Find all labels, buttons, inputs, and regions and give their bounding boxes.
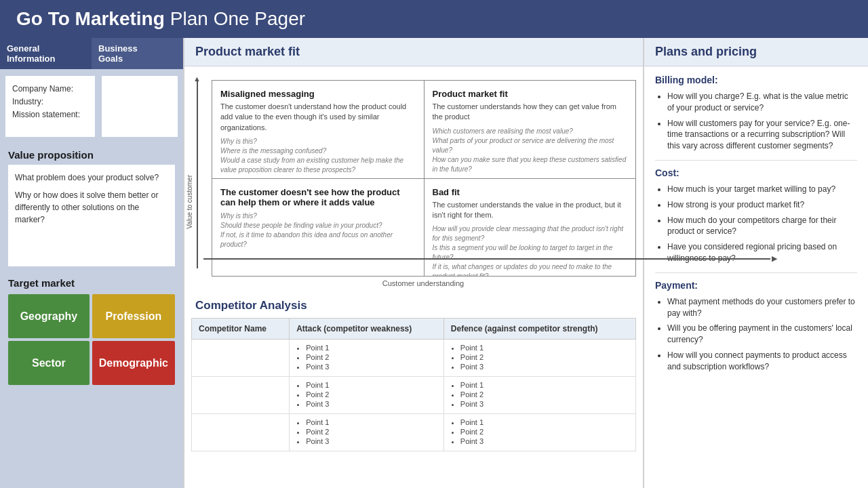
pmf-nosee-italic: Why is this? Should these people be find… <box>220 211 416 249</box>
competitor-header-row: Competitor Name Attack (competitor weakn… <box>192 319 636 340</box>
value-prop-text-2: Why or how does it solve them better or … <box>15 189 168 226</box>
pmf-cell-badfit: Bad fit The customer understands the val… <box>425 179 636 277</box>
attack-cell: Point 1Point 2Point 3 <box>290 377 444 414</box>
defence-cell: Point 1Point 2Point 3 <box>443 340 635 377</box>
right-panel: Plans and pricing Billing model: How wil… <box>644 38 868 488</box>
table-row: Point 1Point 2Point 3Point 1Point 2Point… <box>192 377 636 414</box>
cost-list: How much is your target market willing t… <box>655 184 857 264</box>
v-axis-line: ▲ <box>197 80 198 268</box>
col-attack: Attack (competitor weakness) <box>290 319 444 340</box>
tab-general-info[interactable]: General Information <box>0 38 92 69</box>
divider-1 <box>655 160 857 161</box>
pricing-title: Plans and pricing <box>644 38 868 66</box>
competitor-title: Competitor Analysis <box>191 293 636 318</box>
list-item: How will you connect payments to product… <box>667 350 857 373</box>
h-axis-arrow: ▶ <box>772 254 777 263</box>
cost-title: Cost: <box>655 167 857 178</box>
billing-title: Billing model: <box>655 75 857 85</box>
target-geography: Geography <box>8 294 90 338</box>
defence-cell: Point 1Point 2Point 3 <box>443 377 635 414</box>
tab-business-goals[interactable]: Business Goals <box>92 38 183 69</box>
target-sector: Sector <box>8 341 90 385</box>
pmf-cell-misaligned: Misaligned messaging The customer doesn'… <box>212 81 424 178</box>
attack-cell: Point 1Point 2Point 3 <box>290 414 444 451</box>
competitor-section: Competitor Analysis Competitor Name Atta… <box>184 293 643 488</box>
payment-title: Payment: <box>655 280 857 291</box>
business-goals-box <box>102 76 178 137</box>
billing-list: How will you charge? E.g. what is the va… <box>655 91 857 152</box>
pmf-badfit-desc: The customer understands the value in th… <box>433 200 628 221</box>
list-item: Have you considered regional pricing bas… <box>667 241 857 264</box>
table-row: Point 1Point 2Point 3Point 1Point 2Point… <box>192 414 636 451</box>
value-prop-box: What problem does your product solve? Wh… <box>8 165 175 266</box>
left-tabs: General Information Business Goals <box>0 38 183 69</box>
divider-2 <box>655 272 857 273</box>
pmf-container: ▲ Value to customer ▶ Misaligned messagi… <box>184 66 643 293</box>
header: Go To Marketing Plan One Pager <box>0 0 868 38</box>
target-market-section: Target market Geography Profession Secto… <box>0 272 183 390</box>
pmf-cell-nosee: The customer doesn't see how the product… <box>212 179 424 277</box>
h-axis-line: ▶ <box>203 258 770 260</box>
col-defence: Defence (against competitor strength) <box>443 319 635 340</box>
v-axis-label: Value to customer <box>186 175 193 229</box>
competitor-table: Competitor Name Attack (competitor weakn… <box>191 318 636 451</box>
list-item: Will you be offering payment in the cust… <box>667 323 857 346</box>
list-item: How will you charge? E.g. what is the va… <box>667 91 857 114</box>
competitor-name-cell <box>192 414 290 451</box>
value-prop-text-1: What problem does your product solve? <box>15 171 168 184</box>
target-grid: Geography Profession Sector Demographic <box>8 294 175 385</box>
pmf-nosee-title: The customer doesn't see how the product… <box>220 187 416 207</box>
target-profession: Profession <box>92 294 175 338</box>
pmf-misaligned-title: Misaligned messaging <box>220 89 416 99</box>
v-axis-arrow: ▲ <box>193 75 201 83</box>
attack-cell: Point 1Point 2Point 3 <box>290 340 444 377</box>
main-content: General Information Business Goals Compa… <box>0 38 868 488</box>
pmf-fit-title: Product market fit <box>433 89 628 99</box>
list-item: How will customers pay for your service?… <box>667 118 857 152</box>
h-axis-label: Customer understanding <box>210 279 636 287</box>
competitor-name-cell <box>192 377 290 414</box>
table-row: Point 1Point 2Point 3Point 1Point 2Point… <box>192 340 636 377</box>
general-info-box: Company Name: Industry: Mission statemen… <box>5 76 95 137</box>
list-item: What payment methods do your customers p… <box>667 296 857 319</box>
pmf-misaligned-desc: The customer doesn't understand how the … <box>220 102 416 133</box>
target-demographic: Demographic <box>92 341 175 385</box>
value-prop-title: Value proposition <box>8 149 175 161</box>
pmf-fit-desc: The customer understands how they can ge… <box>433 102 628 123</box>
payment-list: What payment methods do your customers p… <box>655 296 857 373</box>
pricing-content: Billing model: How will you charge? E.g.… <box>644 66 868 488</box>
list-item: How much is your target market willing t… <box>667 184 857 195</box>
list-item: How strong is your product market fit? <box>667 199 857 211</box>
defence-cell: Point 1Point 2Point 3 <box>443 414 635 451</box>
pmf-cell-fit: Product market fit The customer understa… <box>425 81 636 178</box>
general-business-row: Company Name: Industry: Mission statemen… <box>0 70 183 142</box>
pmf-badfit-title: Bad fit <box>433 187 628 197</box>
col-name: Competitor Name <box>192 319 290 340</box>
pmf-matrix: Misaligned messaging The customer doesn'… <box>212 80 636 277</box>
target-market-title: Target market <box>8 277 175 289</box>
page: Go To Marketing Plan One Pager General I… <box>0 0 868 488</box>
middle-panel: Product market fit ▲ Value to customer ▶ <box>184 38 643 488</box>
pmf-misaligned-italic: Why is this? Where is the messaging conf… <box>220 137 416 175</box>
pmf-fit-italic: Which customers are realising the most v… <box>433 127 628 174</box>
header-title-bold: Go To Marketing <box>16 8 165 30</box>
left-panel: General Information Business Goals Compa… <box>0 38 183 488</box>
competitor-name-cell <box>192 340 290 377</box>
header-title-light: Plan One Pager <box>170 8 305 30</box>
pmf-badfit-italic: How will you provide clear messaging tha… <box>433 224 628 276</box>
pmf-section-title: Product market fit <box>184 38 643 66</box>
value-prop-section: Value proposition What problem does your… <box>0 144 183 272</box>
list-item: How much do your competitors charge for … <box>667 215 857 238</box>
